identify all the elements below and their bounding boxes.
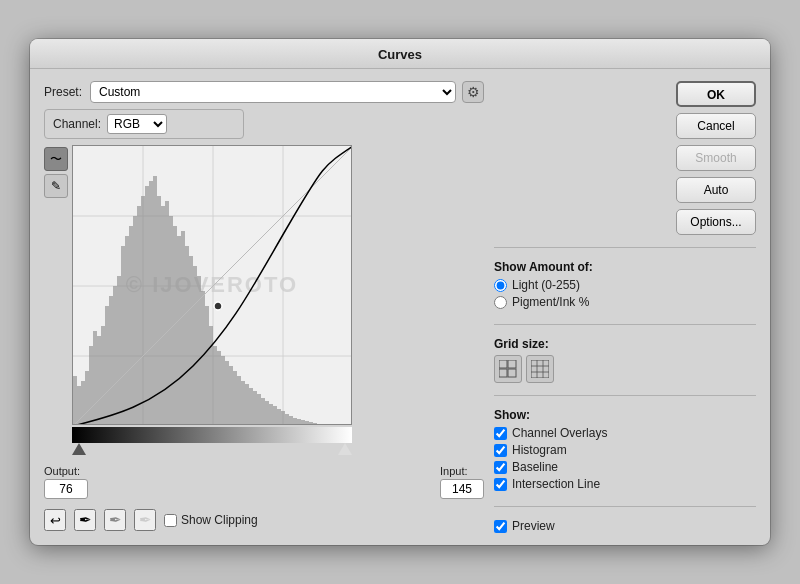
svg-rect-10 (89, 346, 93, 425)
svg-rect-22 (137, 206, 141, 425)
svg-rect-50 (249, 388, 253, 425)
divider-1 (494, 247, 756, 248)
svg-rect-51 (253, 391, 257, 425)
auto-button[interactable]: Auto (676, 177, 756, 203)
svg-rect-59 (285, 414, 289, 425)
channel-overlays-checkbox[interactable] (494, 427, 507, 440)
svg-rect-15 (109, 296, 113, 425)
svg-rect-46 (233, 371, 237, 425)
svg-rect-35 (189, 256, 193, 425)
baseline-label: Baseline (512, 460, 558, 474)
svg-rect-49 (245, 384, 249, 425)
gray-eyedropper-icon: ✒ (109, 511, 122, 529)
svg-rect-38 (201, 291, 205, 425)
svg-rect-66 (313, 423, 317, 425)
canvas-wrap: © IJOVEROTO (72, 145, 352, 457)
output-input[interactable] (44, 479, 88, 499)
output-label: Output: (44, 465, 88, 477)
watermark: © IJOVEROTO (126, 272, 298, 298)
pigment-radio-row: Pigment/Ink % (494, 295, 756, 309)
grid-10x10-button[interactable] (526, 355, 554, 383)
preset-label: Preset: (44, 85, 84, 99)
svg-rect-20 (129, 226, 133, 425)
white-eyedropper-button[interactable]: ✒ (134, 509, 156, 531)
channel-row: Channel: RGB Red Green Blue (44, 109, 244, 139)
svg-rect-65 (309, 422, 313, 425)
light-radio[interactable] (494, 279, 507, 292)
curve-area: 〜 ✎ © IJOVEROTO (44, 145, 484, 457)
preview-checkbox[interactable] (494, 520, 507, 533)
show-clipping-checkbox[interactable] (164, 514, 177, 527)
grid-4x4-button[interactable] (494, 355, 522, 383)
svg-rect-25 (149, 181, 153, 425)
svg-rect-13 (101, 326, 105, 425)
svg-rect-69 (499, 360, 507, 368)
curve-canvas[interactable]: © IJOVEROTO (72, 145, 352, 425)
ok-button[interactable]: OK (676, 81, 756, 107)
reset-button[interactable]: ↩ (44, 509, 66, 531)
svg-rect-57 (277, 409, 281, 425)
smooth-button[interactable]: Smooth (676, 145, 756, 171)
control-point[interactable] (214, 302, 222, 310)
curve-tools: 〜 ✎ (44, 145, 68, 457)
svg-rect-48 (241, 381, 245, 425)
pen-tool-icon: ✎ (51, 179, 61, 193)
white-eyedropper-icon: ✒ (139, 511, 152, 529)
svg-rect-11 (93, 331, 97, 425)
horizontal-gradient-bar (72, 427, 352, 443)
curve-path (73, 146, 352, 425)
black-eyedropper-button[interactable]: ✒ (74, 509, 96, 531)
left-panel: Preset: Custom ⚙ Channel: RGB Red Green … (44, 81, 484, 533)
svg-rect-19 (125, 236, 129, 425)
curve-tool-button[interactable]: 〜 (44, 147, 68, 171)
svg-rect-61 (293, 418, 297, 425)
pen-tool-button[interactable]: ✎ (44, 174, 68, 198)
cancel-button[interactable]: Cancel (676, 113, 756, 139)
baseline-checkbox[interactable] (494, 461, 507, 474)
slider-container (72, 443, 352, 457)
gear-button[interactable]: ⚙ (462, 81, 484, 103)
channel-select[interactable]: RGB Red Green Blue (107, 114, 167, 134)
svg-rect-67 (317, 424, 321, 425)
grid-svg (73, 146, 352, 425)
svg-rect-71 (499, 369, 507, 377)
intersection-checkbox[interactable] (494, 478, 507, 491)
pigment-label: Pigment/Ink % (512, 295, 589, 309)
svg-rect-31 (173, 226, 177, 425)
svg-rect-45 (229, 366, 233, 425)
svg-rect-52 (257, 394, 261, 425)
svg-rect-47 (237, 376, 241, 425)
svg-rect-72 (508, 369, 516, 377)
grid-buttons (494, 355, 756, 383)
svg-rect-42 (217, 351, 221, 425)
black-point-slider[interactable] (72, 443, 86, 455)
bottom-tools-row: ↩ ✒ ✒ ✒ Show Clipping (44, 509, 484, 531)
black-eyedropper-icon: ✒ (79, 511, 92, 529)
svg-rect-30 (169, 216, 173, 425)
show-section: Show: Channel Overlays Histogram Baselin… (494, 408, 756, 494)
divider-3 (494, 395, 756, 396)
options-button[interactable]: Options... (676, 209, 756, 235)
grid-size-title: Grid size: (494, 337, 756, 351)
show-title: Show: (494, 408, 756, 422)
svg-rect-64 (305, 421, 309, 425)
svg-rect-70 (508, 360, 516, 368)
divider-2 (494, 324, 756, 325)
output-section: Output: (44, 465, 88, 499)
svg-rect-16 (113, 286, 117, 425)
svg-rect-9 (85, 371, 89, 425)
gray-eyedropper-button[interactable]: ✒ (104, 509, 126, 531)
light-label: Light (0-255) (512, 278, 580, 292)
input-input[interactable] (440, 479, 484, 499)
show-amount-section: Show Amount of: Light (0-255) Pigment/In… (494, 260, 756, 312)
svg-rect-6 (73, 376, 77, 425)
preview-row: Preview (494, 519, 756, 533)
pigment-radio[interactable] (494, 296, 507, 309)
svg-rect-40 (209, 326, 213, 425)
svg-rect-34 (185, 246, 189, 425)
preset-select[interactable]: Custom (90, 81, 456, 103)
white-point-slider[interactable] (338, 443, 352, 455)
histogram-checkbox[interactable] (494, 444, 507, 457)
intersection-row: Intersection Line (494, 477, 756, 491)
divider-4 (494, 506, 756, 507)
